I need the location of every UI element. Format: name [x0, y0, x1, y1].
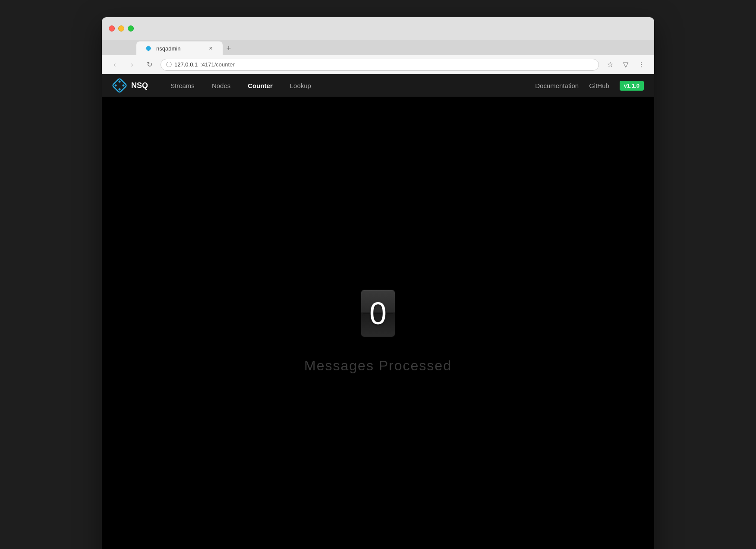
svg-point-4	[115, 85, 117, 87]
back-button[interactable]: ‹	[109, 59, 121, 71]
browser-window: nsqadmin ✕ + ‹ › ↻ ⓘ 127.0.0.1 :4171/cou…	[102, 17, 654, 549]
more-button[interactable]: ⋮	[635, 59, 647, 71]
address-bar: ‹ › ↻ ⓘ 127.0.0.1 :4171/counter ☆ ▽ ⋮	[102, 55, 654, 74]
counter-display: 0	[361, 290, 395, 337]
nav-logo-text: NSQ	[131, 81, 148, 90]
version-badge: v1.1.0	[620, 81, 644, 91]
active-tab[interactable]: nsqadmin ✕	[136, 41, 223, 55]
traffic-lights	[109, 25, 134, 32]
url-field[interactable]: ⓘ 127.0.0.1 :4171/counter	[161, 59, 599, 71]
refresh-button[interactable]: ↻	[143, 59, 155, 71]
nav-links: Streams Nodes Counter Lookup	[162, 74, 535, 97]
tab-title: nsqadmin	[156, 45, 180, 52]
app-main: 0 Messages Processed	[102, 97, 654, 549]
nav-link-counter[interactable]: Counter	[239, 74, 281, 97]
tab-close-button[interactable]: ✕	[207, 45, 214, 52]
nav-right: Documentation GitHub v1.1.0	[535, 81, 644, 91]
nav-link-nodes[interactable]: Nodes	[203, 74, 239, 97]
extensions-icon[interactable]: ▽	[620, 59, 632, 71]
svg-rect-0	[145, 45, 151, 51]
nsq-logo-icon	[112, 78, 127, 93]
nav-link-lookup[interactable]: Lookup	[281, 74, 320, 97]
tab-bar: nsqadmin ✕ +	[102, 40, 654, 55]
tab-favicon-icon	[145, 45, 152, 52]
info-icon: ⓘ	[166, 61, 172, 69]
svg-point-2	[119, 81, 121, 83]
url-path: :4171/counter	[200, 61, 235, 68]
close-button[interactable]	[109, 25, 115, 32]
title-bar	[102, 17, 654, 40]
app-container: NSQ Streams Nodes Counter Lookup Documen…	[102, 74, 654, 549]
digit-value-0: 0	[369, 298, 387, 329]
url-host: 127.0.0.1	[174, 61, 198, 68]
toolbar-right: ☆ ▽ ⋮	[604, 59, 647, 71]
forward-button[interactable]: ›	[126, 59, 138, 71]
svg-point-5	[123, 85, 125, 87]
app-nav: NSQ Streams Nodes Counter Lookup Documen…	[102, 74, 654, 97]
svg-rect-1	[112, 78, 127, 93]
nav-link-streams[interactable]: Streams	[162, 74, 203, 97]
new-tab-button[interactable]: +	[223, 42, 235, 54]
svg-point-3	[119, 88, 121, 91]
nav-github-link[interactable]: GitHub	[589, 82, 609, 89]
minimize-button[interactable]	[118, 25, 124, 32]
nav-logo[interactable]: NSQ	[112, 78, 148, 93]
flip-digit-0: 0	[361, 290, 395, 337]
nav-documentation-link[interactable]: Documentation	[535, 82, 579, 89]
messages-processed-label: Messages Processed	[304, 358, 452, 374]
bookmark-icon[interactable]: ☆	[604, 59, 616, 71]
maximize-button[interactable]	[128, 25, 134, 32]
